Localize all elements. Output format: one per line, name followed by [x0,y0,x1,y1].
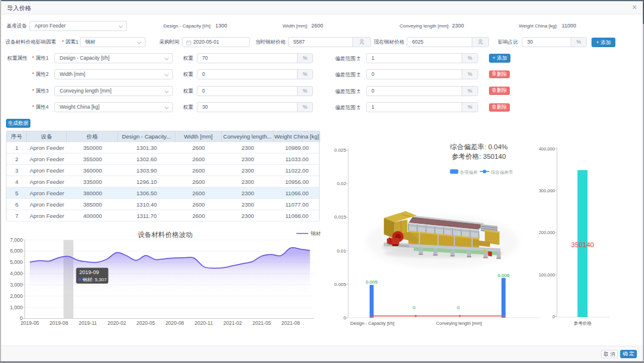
svg-text:2019-05: 2019-05 [20,320,39,326]
svg-text:综合偏差率: 综合偏差率 [490,170,513,175]
svg-text:350140: 350140 [571,241,594,248]
svg-text:0.025: 0.025 [334,147,346,153]
svg-text:Design - Capacity [t/h]: Design - Capacity [t/h] [351,321,395,326]
svg-text:2020-11: 2020-11 [194,320,213,326]
svg-text:2,000: 2,000 [10,293,23,299]
svg-text:2021-02: 2021-02 [224,320,242,326]
svg-text:2021-08: 2021-08 [281,320,300,326]
svg-text:400,000: 400,000 [538,146,555,152]
svg-text:0.02: 0.02 [337,181,346,186]
svg-text:5,000: 5,000 [10,259,23,265]
svg-text:2019-09: 2019-09 [79,269,99,275]
svg-text:4,000: 4,000 [10,270,23,276]
svg-text:钢材: 5,307: 钢材: 5,307 [82,277,107,282]
svg-text:各项偏差: 各项偏差 [460,170,478,175]
svg-text:2020-05: 2020-05 [137,320,155,326]
svg-text:7,000: 7,000 [10,237,23,243]
svg-text:1,000: 1,000 [10,304,23,310]
svg-text:6,000: 6,000 [10,248,23,254]
svg-text:参考价格: 参考价格 [574,321,592,326]
svg-text:300,000: 300,000 [538,188,555,193]
svg-text:2020-08: 2020-08 [165,320,184,326]
svg-text:2019-08: 2019-08 [49,320,68,326]
svg-text:200,000: 200,000 [538,230,555,235]
svg-text:0: 0 [552,314,555,319]
svg-text:参考价格: 350140: 参考价格: 350140 [452,153,506,160]
svg-text:100,000: 100,000 [538,272,555,278]
svg-text:综合偏差率: 0.04%: 综合偏差率: 0.04% [450,143,508,150]
svg-text:0: 0 [343,315,346,321]
svg-text:设备材料价格波动: 设备材料价格波动 [138,231,193,238]
svg-text:3,000: 3,000 [10,282,23,288]
svg-text:0.005: 0.005 [366,279,378,285]
svg-text:钢材: 钢材 [310,230,321,236]
svg-text:Conveying length [mm]: Conveying length [mm] [436,321,482,326]
svg-text:0.006: 0.006 [497,273,510,278]
svg-text:2021-05: 2021-05 [252,320,271,326]
svg-text:0.015: 0.015 [334,214,346,220]
svg-text:0.005: 0.005 [334,282,346,287]
svg-text:0.01: 0.01 [337,248,346,254]
svg-text:2019-11: 2019-11 [79,320,97,326]
svg-text:0: 0 [457,305,460,310]
svg-text:0: 0 [413,305,416,310]
svg-text:2020-02: 2020-02 [107,320,126,326]
